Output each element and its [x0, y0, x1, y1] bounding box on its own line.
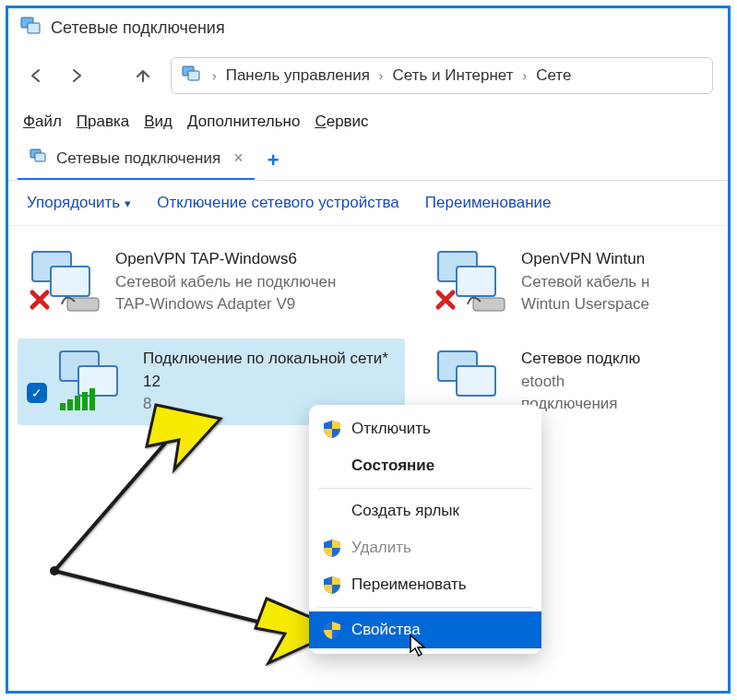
connection-name: OpenVPN Wintun: [521, 248, 649, 271]
chevron-right-icon: ›: [379, 68, 384, 83]
shield-icon: [322, 575, 342, 595]
close-tab-button[interactable]: ×: [233, 148, 244, 168]
menu-bar: Файл Правка Вид Дополнительно Сервис: [8, 103, 728, 136]
svg-rect-15: [67, 399, 73, 410]
navigation-row: › Панель управления › Сеть и Интернет › …: [8, 48, 728, 103]
svg-rect-18: [89, 388, 95, 410]
menu-service[interactable]: Сервис: [315, 113, 368, 131]
connection-name: OpenVPN TAP-Windows6: [115, 248, 336, 271]
context-menu: Отключить Состояние Создать ярлык Удалит…: [309, 405, 541, 654]
ctx-item-label: Удалить: [351, 539, 411, 557]
rename-button[interactable]: Переименование: [425, 194, 552, 212]
ctx-item-label: Переименовать: [351, 575, 467, 594]
svg-point-23: [50, 566, 59, 575]
ctx-item-label: Состояние: [351, 457, 434, 475]
ctx-item-label: Отключить: [351, 420, 431, 438]
network-connections-icon: [181, 65, 203, 88]
connection-card[interactable]: OpenVPN Wintun Сетевой кабель н Wintun U…: [423, 239, 682, 326]
up-button[interactable]: [130, 63, 156, 89]
tab-label: Сетевые подключения: [56, 149, 220, 168]
network-connections-icon: [29, 148, 49, 169]
svg-rect-5: [35, 153, 45, 161]
connection-status: etooth: [521, 371, 640, 394]
connection-name: Подключение по локальной сети* 12: [143, 348, 396, 393]
svg-rect-16: [75, 396, 80, 410]
window-title: Сетевые подключения: [51, 18, 225, 38]
svg-rect-10: [457, 267, 495, 296]
menu-file[interactable]: Файл: [23, 113, 62, 131]
back-button[interactable]: [23, 63, 49, 89]
ctx-delete[interactable]: Удалить: [309, 529, 541, 566]
tab-row: Сетевые подключения × +: [8, 136, 728, 181]
shield-icon: [322, 419, 342, 439]
toolbar: Упорядочить ▾ Отключение сетевого устрой…: [8, 181, 728, 226]
separator: [318, 607, 532, 608]
mouse-cursor-icon: [409, 634, 427, 661]
connection-card[interactable]: OpenVPN TAP-Windows6 Сетевой кабель не п…: [18, 239, 405, 326]
connection-name: Сетевое подклю: [521, 348, 640, 371]
chevron-right-icon: ›: [522, 68, 527, 83]
menu-edit[interactable]: Правка: [77, 113, 129, 131]
svg-rect-17: [82, 392, 88, 410]
breadcrumb-item[interactable]: Сете: [536, 66, 571, 85]
connection-status: Сетевой кабель н: [521, 271, 649, 294]
menu-view[interactable]: Вид: [144, 113, 172, 131]
connection-adapter: TAP-Windows Adapter V9: [115, 293, 336, 316]
breadcrumb-item[interactable]: Панель управления: [226, 66, 370, 85]
network-adapter-icon: [54, 348, 134, 414]
add-tab-button[interactable]: +: [258, 145, 289, 176]
selection-checkbox[interactable]: ✓: [27, 383, 47, 403]
tab-network-connections[interactable]: Сетевые подключения ×: [18, 140, 255, 180]
network-adapter-icon: [27, 248, 106, 314]
forward-button[interactable]: [64, 63, 89, 89]
svg-rect-13: [78, 366, 117, 396]
chevron-down-icon: ▾: [125, 196, 131, 210]
network-adapter-icon: [433, 248, 512, 314]
connection-status: Сетевой кабель не подключен: [115, 271, 336, 294]
organize-dropdown[interactable]: Упорядочить ▾: [27, 194, 131, 212]
connection-adapter: Wintun Userspace: [521, 293, 649, 316]
svg-rect-3: [188, 71, 199, 80]
shield-icon: [322, 620, 342, 640]
ctx-disable[interactable]: Отключить: [309, 410, 541, 447]
shield-icon: [322, 538, 342, 558]
menu-extra[interactable]: Дополнительно: [187, 113, 300, 131]
breadcrumb-item[interactable]: Сеть и Интернет: [393, 66, 514, 85]
chevron-right-icon: ›: [212, 68, 217, 83]
ctx-status[interactable]: Состояние: [309, 447, 541, 484]
svg-rect-14: [60, 403, 65, 410]
ctx-rename[interactable]: Переименовать: [309, 566, 541, 603]
separator: [318, 488, 532, 489]
disable-device-button[interactable]: Отключение сетевого устройства: [157, 194, 399, 212]
breadcrumb[interactable]: › Панель управления › Сеть и Интернет › …: [171, 57, 713, 94]
svg-rect-7: [51, 267, 89, 296]
ctx-create-shortcut[interactable]: Создать ярлык: [309, 492, 541, 529]
ctx-item-label: Создать ярлык: [351, 502, 459, 520]
svg-rect-20: [457, 366, 495, 396]
network-connections-icon: [19, 16, 43, 41]
titlebar: Сетевые подключения: [8, 8, 728, 48]
svg-rect-1: [28, 23, 40, 33]
